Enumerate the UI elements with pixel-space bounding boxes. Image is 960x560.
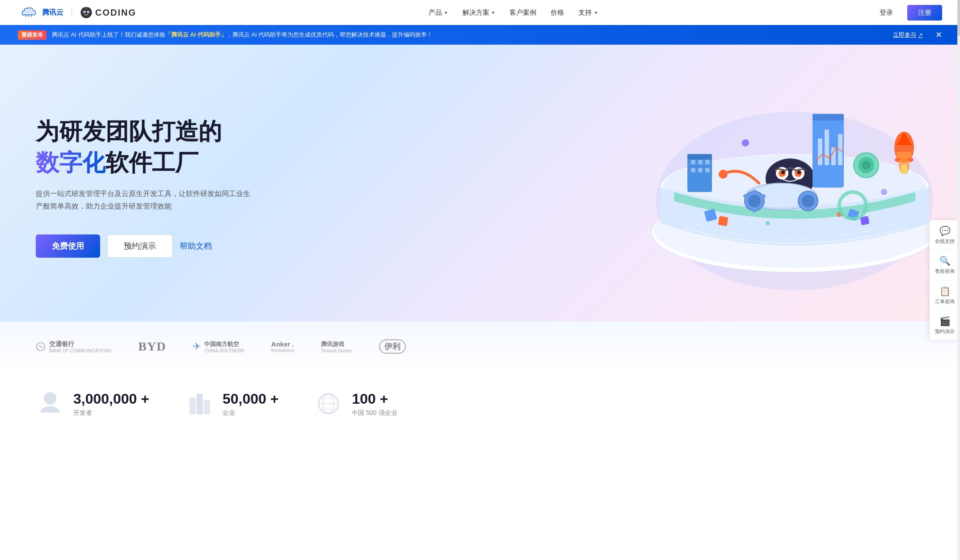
scrollbar-thumb[interactable] [957, 0, 960, 36]
svg-point-47 [753, 189, 756, 193]
svg-point-50 [762, 194, 766, 198]
developers-count: 3,000,000 + [73, 391, 149, 407]
hero-content: 为研发团队打造的 数字化软件工厂 提供一站式研发管理平台及云原生开发工具，让软件… [36, 117, 250, 258]
nav-item-support[interactable]: 支持 ▼ [578, 8, 598, 17]
help-docs-link[interactable]: 帮助文档 [180, 241, 212, 251]
byd-label: BYD [138, 339, 166, 354]
client-logo-csair: ✈ 中国南方航空 CHINA SOUTHERN [193, 340, 244, 353]
anker-sub: Innovations [271, 348, 294, 353]
svg-rect-30 [818, 138, 822, 165]
tencent-cloud-logo[interactable]: 腾讯云 [18, 6, 63, 19]
bank-sub: BANK OF COMMUNICATIONS [49, 348, 111, 353]
nav-item-pricing[interactable]: 价格 [551, 8, 564, 17]
nav-actions: 登录 注册 [872, 5, 942, 21]
video-icon: 🎬 [939, 316, 951, 326]
svg-rect-20 [705, 168, 710, 172]
svg-rect-18 [691, 168, 695, 172]
svg-rect-16 [698, 160, 703, 164]
enterprises-icon [185, 389, 214, 418]
yili-name: 伊利 [379, 339, 406, 354]
client-logo-byd: BYD [138, 339, 166, 354]
tgames-name: 腾讯游戏 [321, 340, 352, 348]
nav-links: 产品 ▼ 解决方案 ▼ 客户案例 价格 支持 ▼ [154, 8, 872, 17]
logo-divider [72, 8, 72, 17]
hero-title-normal-part: 软件工厂 [105, 150, 198, 176]
svg-point-46 [802, 195, 814, 207]
support-arrow-icon: ▼ [594, 10, 598, 15]
svg-point-51 [719, 170, 728, 179]
navbar: 腾讯云 CODING 产品 ▼ 解决方案 ▼ [0, 0, 960, 25]
nav-item-products[interactable]: 产品 ▼ [429, 8, 448, 17]
coding-logo[interactable]: CODING [80, 6, 136, 19]
chat-icon: 💬 [939, 226, 951, 236]
online-support-button[interactable]: 💬 在线支持 [930, 220, 960, 250]
bank-name: 交通银行 [49, 340, 111, 348]
svg-rect-69 [204, 400, 210, 414]
banner-close-button[interactable]: ✕ [935, 30, 942, 40]
csair-sub: CHINA SOUTHERN [204, 348, 244, 353]
register-button[interactable]: 注册 [907, 5, 942, 21]
free-use-button[interactable]: 免费使用 [36, 234, 100, 258]
svg-point-62 [881, 189, 887, 195]
tencent-cloud-label: 腾讯云 [42, 8, 63, 17]
svg-point-66 [44, 392, 56, 405]
login-button[interactable]: 登录 [872, 6, 900, 20]
client-logo-anker: Anker . Innovations [271, 340, 294, 353]
tgames-sub: Tencent Games [321, 348, 352, 353]
stat-enterprises: 50,000 + 企业 [185, 389, 278, 418]
right-sidebar: 💬 在线支持 🔍 售前咨询 📋 工单咨询 🎬 预约演示 [930, 220, 960, 340]
nav-item-cases[interactable]: 客户案例 [509, 8, 536, 17]
tencent-cloud-icon [18, 6, 39, 19]
ticket-icon: 📋 [939, 286, 951, 297]
svg-rect-19 [698, 168, 703, 172]
presales-consult-button[interactable]: 🔍 售前咨询 [930, 250, 960, 280]
svg-point-48 [753, 209, 756, 213]
developers-label: 开发者 [73, 409, 149, 417]
client-logo-bank: 交通银行 BANK OF COMMUNICATIONS [36, 340, 111, 353]
svg-point-49 [743, 194, 747, 198]
hero-buttons: 免费使用 预约演示 帮助文档 [36, 234, 250, 258]
demo-button[interactable]: 预约演示 [107, 234, 173, 258]
svg-rect-67 [189, 397, 196, 414]
solutions-arrow-icon: ▼ [491, 10, 496, 15]
stat-fortune500: 100 + 中国 500 强企业 [314, 389, 397, 418]
clients-section: 交通银行 BANK OF COMMUNICATIONS BYD ✈ 中国南方航空… [0, 322, 960, 372]
banner-tag: 重磅发布 [18, 30, 46, 40]
stat-developers: 3,000,000 + 开发者 [36, 389, 149, 418]
svg-point-6 [86, 7, 87, 8]
nav-item-solutions[interactable]: 解决方案 ▼ [463, 8, 496, 17]
hero-title-line2: 数字化软件工厂 [36, 149, 250, 176]
svg-rect-53 [718, 216, 728, 226]
globe-icon [314, 389, 343, 418]
stats-section: 3,000,000 + 开发者 50,000 + 企业 [0, 372, 960, 436]
banner-highlight: 「腾讯云 AI 代码助手」 [165, 31, 227, 38]
ticket-consult-button[interactable]: 📋 工单咨询 [930, 280, 960, 310]
products-arrow-icon: ▼ [444, 10, 448, 15]
svg-rect-15 [691, 160, 695, 164]
hero-title-line1: 为研发团队打造的 [36, 117, 250, 145]
scrollbar[interactable] [957, 0, 960, 436]
csair-name: 中国南方航空 [204, 340, 244, 348]
fortune500-label: 中国 500 强企业 [352, 409, 397, 417]
online-support-label: 在线支持 [935, 238, 955, 244]
hero-image [611, 45, 960, 322]
hero-section: 为研发团队打造的 数字化软件工厂 提供一站式研发管理平台及云原生开发工具，让软件… [0, 45, 960, 322]
hero-title-colored-part: 数字化 [36, 150, 105, 176]
hero-description: 提供一站式研发管理平台及云原生开发工具，让软件研发如同工业生产般简单高效，助力企… [36, 188, 250, 213]
ticket-label: 工单咨询 [935, 298, 955, 305]
svg-point-58 [862, 161, 871, 170]
client-logo-yili: 伊利 [379, 339, 406, 354]
search-icon: 🔍 [939, 255, 951, 266]
hero-isometric-illustration [616, 58, 956, 308]
banner-cta[interactable]: 立即参与 ↗ [893, 31, 923, 39]
anker-name: Anker . [271, 340, 294, 348]
presales-label: 售前咨询 [935, 268, 955, 274]
banner-text: 腾讯云 AI 代码助手上线了！我们诚邀您体验「腾讯云 AI 代码助手」，腾讯云 … [52, 31, 888, 39]
developers-icon [36, 389, 64, 418]
svg-point-3 [84, 11, 85, 13]
book-demo-button[interactable]: 🎬 预约演示 [930, 310, 960, 340]
svg-point-27 [797, 171, 801, 174]
csair-icon: ✈ [193, 341, 201, 352]
logo-container: 腾讯云 CODING [18, 6, 136, 19]
book-demo-label: 预约演示 [935, 328, 955, 334]
